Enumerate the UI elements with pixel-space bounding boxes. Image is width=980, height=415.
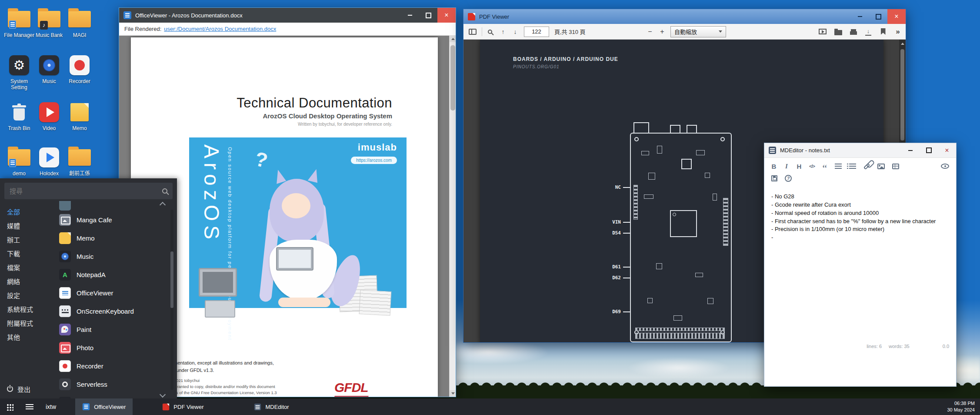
zoom-in-icon[interactable]: + bbox=[658, 28, 666, 36]
close-button[interactable]: × bbox=[887, 9, 906, 24]
pdf-source-label: PINOUTS.ORG/G01 bbox=[513, 64, 560, 69]
category-media[interactable]: 媒體 bbox=[0, 219, 56, 233]
bookmark-icon[interactable] bbox=[881, 28, 886, 35]
app-item-serverless[interactable]: Serverless bbox=[59, 375, 167, 393]
category-files[interactable]: 檔案 bbox=[0, 261, 56, 275]
maximize-button[interactable] bbox=[869, 9, 887, 24]
scroll-up-button[interactable] bbox=[899, 40, 906, 47]
logout-button[interactable]: 登出 bbox=[0, 379, 56, 398]
category-others[interactable]: 其他 bbox=[0, 331, 56, 345]
app-item-paint[interactable]: Paint bbox=[59, 320, 167, 338]
app-item-onscreenkeyboard[interactable]: OnScreenKeyboard bbox=[59, 302, 167, 320]
page-number-input[interactable] bbox=[524, 27, 549, 37]
list-item-clipped[interactable] bbox=[59, 201, 167, 211]
download-icon[interactable]: ↓ bbox=[865, 28, 871, 36]
link-icon[interactable] bbox=[863, 163, 870, 170]
desktop-icon-trash-bin[interactable]: Trash Bin bbox=[2, 101, 36, 131]
previous-page-icon[interactable]: ↑ bbox=[500, 27, 507, 36]
app-item-photo[interactable]: Photo bbox=[59, 338, 167, 357]
mdeditor-window: MDEditor - notes.txt × B I H </> “ ? - N… bbox=[764, 143, 957, 387]
close-button[interactable]: × bbox=[437, 8, 456, 23]
start-button[interactable] bbox=[0, 398, 20, 415]
desktop-icon-demo[interactable]: demo bbox=[2, 146, 36, 177]
desktop-icon-holodex[interactable]: Holodex bbox=[32, 146, 66, 177]
save-icon[interactable] bbox=[771, 175, 777, 181]
app-item-recorder[interactable]: Recorder bbox=[59, 357, 167, 375]
desktop-icon-label: 創前工係 bbox=[63, 171, 97, 177]
markdown-file-icon bbox=[769, 147, 776, 154]
maximize-button[interactable] bbox=[920, 143, 938, 157]
scrollbar-thumb[interactable] bbox=[450, 45, 455, 110]
desktop-icon-memo[interactable]: Memo bbox=[63, 101, 97, 131]
start-menu-app-list[interactable]: Manga Cafe Memo Music NotepadA OfficeVie… bbox=[56, 201, 177, 398]
app-item-memo[interactable]: Memo bbox=[59, 229, 167, 247]
desktop-icon-file-manager[interactable]: File Manager bbox=[2, 8, 36, 38]
category-all[interactable]: 全部 bbox=[0, 205, 56, 219]
window-title: OfficeViewer - Arozos Documentation.docx bbox=[135, 12, 397, 19]
scroll-up-button[interactable] bbox=[450, 36, 456, 42]
desktop-icon-video[interactable]: Video bbox=[32, 101, 66, 131]
editor-text-area[interactable]: - No G28 - Gcode rewrite after Cura exor… bbox=[764, 185, 956, 242]
sidebar-toggle-icon[interactable] bbox=[469, 29, 477, 35]
minimize-button[interactable] bbox=[401, 8, 419, 23]
minimize-button[interactable] bbox=[851, 9, 869, 24]
task-mdeditor[interactable]: MDEditor bbox=[247, 398, 296, 415]
ordered-list-icon[interactable] bbox=[849, 164, 856, 169]
menu-button[interactable] bbox=[20, 398, 40, 415]
app-item-speedtest[interactable]: Speedtest bbox=[59, 393, 167, 398]
app-item-officeviewer[interactable]: OfficeViewer bbox=[59, 284, 167, 302]
category-system-apps[interactable]: 系統程式 bbox=[0, 303, 56, 317]
category-settings[interactable]: 設定 bbox=[0, 289, 56, 303]
preview-eye-icon[interactable] bbox=[941, 164, 949, 169]
desktop-icon-folder[interactable]: 創前工係 bbox=[63, 146, 97, 177]
help-icon[interactable]: ? bbox=[785, 175, 792, 182]
vertical-scrollbar[interactable] bbox=[449, 36, 456, 397]
scrollbar-thumb[interactable] bbox=[900, 49, 904, 141]
scroll-down-button[interactable] bbox=[450, 390, 456, 397]
task-officeviewer[interactable]: OfficeViewer bbox=[75, 398, 133, 415]
bold-icon[interactable]: B bbox=[771, 162, 777, 170]
pdf-viewer-titlebar[interactable]: PDF Viewer × bbox=[463, 9, 906, 24]
zoom-out-icon[interactable]: − bbox=[646, 28, 654, 36]
desktop-icon-magi[interactable]: MAGI bbox=[63, 8, 97, 38]
heading-icon[interactable]: H bbox=[797, 162, 802, 170]
app-item-music[interactable]: Music bbox=[59, 247, 167, 265]
desktop-icon-system-setting[interactable]: System Setting bbox=[2, 54, 36, 91]
presentation-mode-icon[interactable] bbox=[819, 29, 827, 34]
app-item-manga-cafe[interactable]: Manga Cafe bbox=[59, 211, 167, 229]
desktop-icon-recorder[interactable]: Recorder bbox=[63, 54, 97, 84]
taskbar-clock[interactable]: 06:38 PM 30 May 2024 bbox=[947, 400, 975, 413]
quote-icon[interactable]: “ bbox=[822, 162, 827, 170]
category-downloads[interactable]: 下載 bbox=[0, 247, 56, 261]
search-input[interactable] bbox=[10, 187, 162, 195]
category-network[interactable]: 網絡 bbox=[0, 275, 56, 289]
unordered-list-icon[interactable] bbox=[835, 164, 842, 169]
maximize-button[interactable] bbox=[419, 8, 437, 23]
minimize-button[interactable] bbox=[901, 143, 920, 157]
next-page-icon[interactable]: ↓ bbox=[512, 27, 519, 36]
image-icon[interactable] bbox=[877, 164, 885, 169]
task-label: MDEditor bbox=[265, 404, 289, 410]
code-icon[interactable]: </> bbox=[809, 162, 815, 170]
desktop-icon-music[interactable]: Music bbox=[32, 54, 66, 84]
gfdl-logo: GFDL bbox=[334, 380, 368, 397]
file-path-link[interactable]: user:/Document/Arozos Documentation.docx bbox=[164, 26, 276, 32]
category-office[interactable]: 辦工 bbox=[0, 233, 56, 247]
desktop-icon-music-bank[interactable]: Music Bank bbox=[32, 8, 66, 38]
open-file-icon[interactable] bbox=[834, 30, 842, 35]
app-list-scrollbar[interactable] bbox=[170, 210, 173, 390]
task-pdf-viewer[interactable]: PDF Viewer bbox=[155, 398, 210, 415]
scrollbar-thumb[interactable] bbox=[170, 251, 173, 308]
category-accessories[interactable]: 附屬程式 bbox=[0, 317, 56, 331]
search-icon[interactable] bbox=[488, 30, 492, 34]
close-button[interactable]: × bbox=[938, 143, 956, 157]
table-icon[interactable] bbox=[892, 164, 899, 169]
app-item-notepada[interactable]: NotepadA bbox=[59, 265, 167, 284]
more-tools-icon[interactable]: » bbox=[894, 27, 901, 36]
print-icon[interactable] bbox=[850, 31, 857, 35]
mdeditor-titlebar[interactable]: MDEditor - notes.txt × bbox=[764, 143, 956, 158]
start-menu-search[interactable] bbox=[4, 183, 173, 199]
zoom-select[interactable]: 自動縮放 bbox=[670, 26, 726, 37]
officeviewer-titlebar[interactable]: OfficeViewer - Arozos Documentation.docx… bbox=[119, 8, 456, 23]
italic-icon[interactable]: I bbox=[784, 162, 789, 170]
